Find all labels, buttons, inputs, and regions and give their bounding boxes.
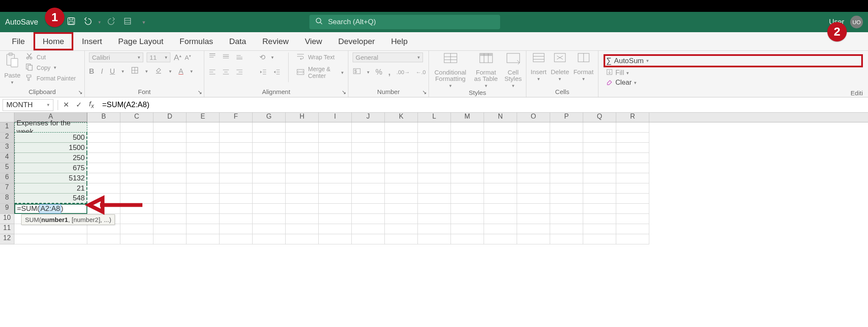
row-header-6[interactable]: 6 [0,173,14,183]
tab-review[interactable]: Review [255,32,296,50]
cell[interactable] [286,204,319,214]
cell[interactable] [451,173,484,183]
cell[interactable] [352,234,385,244]
cell[interactable] [253,234,286,244]
underline-button[interactable]: U [110,67,115,76]
cell[interactable] [550,133,583,143]
col-header-I[interactable]: I [319,113,352,122]
cell[interactable] [385,122,418,133]
underline-dropdown-icon[interactable]: ▾ [122,69,124,74]
copy-button[interactable]: Copy ▾ [25,63,76,72]
cell[interactable] [550,173,583,183]
cell[interactable] [484,214,517,224]
cell[interactable] [517,194,550,204]
cell[interactable] [385,143,418,153]
cell[interactable] [583,234,616,244]
cell[interactable]: 500 [14,133,87,143]
merge-dropdown-icon[interactable]: ▾ [341,70,344,75]
redo-icon[interactable] [108,17,117,28]
worksheet-grid[interactable]: A B C D E F G H I J K L M N O P Q R 1Exp… [0,113,868,244]
cell[interactable] [319,183,352,194]
cell[interactable] [220,163,253,173]
cell[interactable] [550,194,583,204]
cell[interactable] [484,133,517,143]
cell[interactable] [352,153,385,163]
cell[interactable] [517,133,550,143]
cell[interactable] [418,133,451,143]
cell[interactable] [517,122,550,133]
cell[interactable] [385,183,418,194]
fill-button[interactable]: Fill ▾ [604,69,863,77]
cell[interactable] [153,143,186,153]
row-header-11[interactable]: 11 [0,224,14,234]
cell[interactable] [385,153,418,163]
align-middle-icon[interactable] [222,53,230,62]
cell[interactable] [319,173,352,183]
cell[interactable] [153,214,186,224]
format-as-table-button[interactable]: Format as Table ▾ [473,53,498,88]
row-header-5[interactable]: 5 [0,163,14,173]
cell[interactable] [517,183,550,194]
cell[interactable]: 5132 [14,173,87,183]
cell[interactable] [517,173,550,183]
cell[interactable] [220,214,253,224]
row-header-3[interactable]: 3 [0,143,14,153]
cell[interactable] [186,163,220,173]
cell[interactable] [87,143,120,153]
quickaccess-more-icon[interactable] [124,17,131,27]
paste-button[interactable]: Paste ▾ [4,53,20,85]
cell[interactable] [253,214,286,224]
cell[interactable] [517,153,550,163]
cell[interactable] [253,224,286,234]
cell[interactable] [550,214,583,224]
cell[interactable] [120,163,153,173]
cell[interactable] [286,224,319,234]
cell[interactable] [319,122,352,133]
tab-developer[interactable]: Developer [331,32,383,50]
cell[interactable] [153,122,186,133]
select-all-corner[interactable] [0,113,14,122]
accounting-format-button[interactable]: $ [353,67,361,77]
cell[interactable] [517,163,550,173]
paste-dropdown-icon[interactable]: ▾ [11,80,14,85]
cell[interactable] [120,122,153,133]
cell[interactable] [319,224,352,234]
namebox-dropdown-icon[interactable]: ▾ [47,102,50,108]
cell[interactable] [253,204,286,214]
fontcolor-dropdown-icon[interactable]: ▾ [190,69,193,74]
cell[interactable] [220,224,253,234]
font-size-dropdown[interactable]: 11▾ [147,53,170,62]
cell[interactable] [451,133,484,143]
cell[interactable] [286,194,319,204]
row-header-4[interactable]: 4 [0,153,14,163]
insert-cells-button[interactable]: Insert▾ [531,53,547,82]
fill-dropdown-icon[interactable]: ▾ [626,70,629,76]
cell[interactable]: 250 [14,153,87,163]
cell[interactable] [87,183,120,194]
col-header-B[interactable]: B [87,113,120,122]
col-header-Q[interactable]: Q [583,113,616,122]
cell[interactable] [87,133,120,143]
cell[interactable] [286,143,319,153]
cell[interactable] [583,153,616,163]
decrease-font-icon[interactable]: A▾ [185,54,191,61]
tab-formulas[interactable]: Formulas [172,32,221,50]
cell[interactable] [517,143,550,153]
cell[interactable] [517,204,550,214]
cell[interactable] [550,122,583,133]
cell[interactable]: 548 [14,194,87,204]
decrease-decimal-button[interactable]: ←.0 [416,69,426,75]
cell[interactable] [186,214,220,224]
cell[interactable] [616,194,649,204]
cell[interactable] [153,133,186,143]
cell[interactable] [120,183,153,194]
col-header-K[interactable]: K [385,113,418,122]
border-dropdown-icon[interactable]: ▾ [145,69,148,74]
cell[interactable] [451,194,484,204]
cell[interactable] [451,143,484,153]
cell[interactable] [253,163,286,173]
cell[interactable] [319,214,352,224]
row-header-8[interactable]: 8 [0,194,14,204]
cell[interactable] [583,224,616,234]
cell[interactable] [484,173,517,183]
